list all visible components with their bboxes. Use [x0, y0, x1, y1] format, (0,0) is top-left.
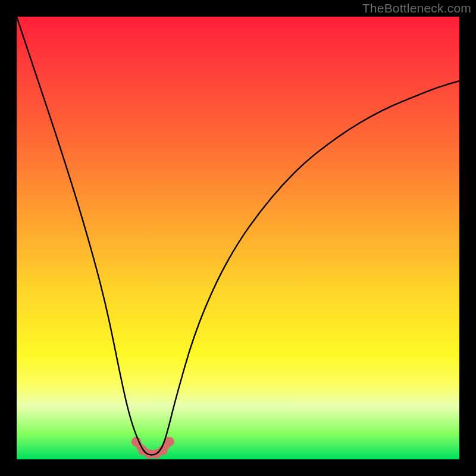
- svg-point-2: [145, 449, 154, 459]
- watermark-text: TheBottleneck.com: [362, 1, 471, 15]
- svg-point-4: [158, 446, 168, 455]
- svg-point-5: [165, 437, 174, 446]
- plot-area: [17, 17, 459, 459]
- svg-point-0: [131, 437, 141, 446]
- bottleneck-curve: [17, 17, 459, 455]
- chart-frame: TheBottleneck.com: [0, 0, 476, 476]
- svg-point-1: [138, 446, 148, 455]
- curve-layer: [17, 17, 459, 459]
- bottom-markers: [131, 437, 174, 459]
- svg-point-3: [151, 449, 161, 459]
